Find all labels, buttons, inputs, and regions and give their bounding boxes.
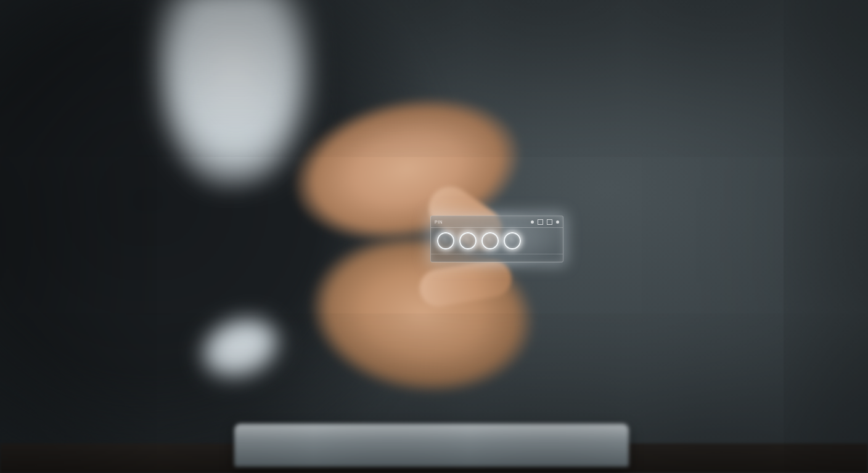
shirt-collar (150, 0, 317, 187)
photo-scene: PIN (0, 0, 868, 473)
pin-digit-slot[interactable] (437, 232, 454, 249)
tablet-device (234, 424, 629, 467)
hologram-panel-header: PIN (431, 216, 563, 228)
pin-digit-slot[interactable] (481, 232, 499, 249)
pin-digit-slot[interactable] (504, 232, 521, 249)
pin-digit-slot[interactable] (459, 232, 477, 249)
status-dot-icon (531, 220, 534, 224)
hologram-pin-panel: PIN (430, 216, 563, 262)
hologram-header-label: PIN (435, 220, 443, 224)
window-icon (538, 219, 543, 225)
hologram-header-icons (531, 219, 559, 225)
window-icon (547, 219, 552, 225)
hologram-panel-footer (431, 254, 563, 262)
hologram-pin-row (431, 228, 563, 254)
status-dot-icon (556, 220, 559, 224)
